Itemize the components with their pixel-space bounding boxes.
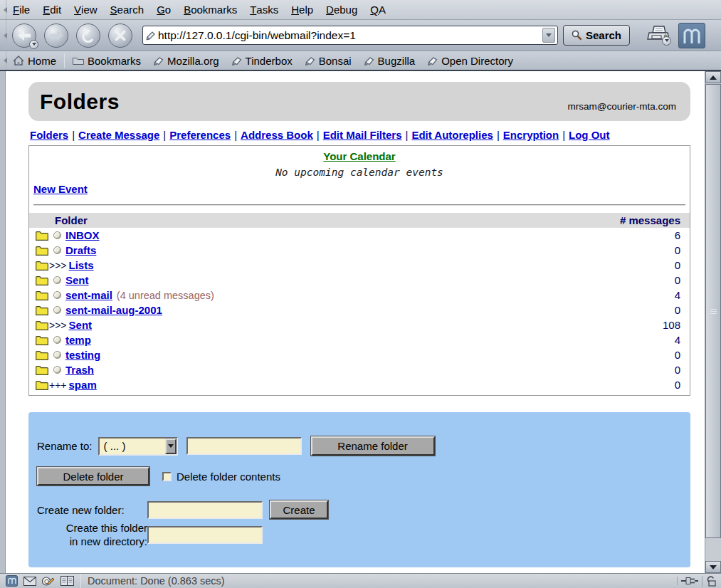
personal-toolbar-item[interactable]: Open Directory: [421, 51, 520, 70]
home-icon: [13, 56, 24, 65]
personal-toolbar-item-label: Bookmarks: [88, 55, 141, 67]
mail-component-icon[interactable]: [23, 577, 36, 586]
folder-select-radio[interactable]: [53, 231, 61, 239]
url-text[interactable]: http://127.0.0.1/cgi-bin/webmail?index=1: [158, 29, 542, 42]
back-button[interactable]: [12, 23, 36, 48]
stop-button[interactable]: [108, 23, 132, 48]
folder-link[interactable]: sent-mail-aug-2001: [65, 304, 162, 316]
rename-label: Rename to:: [37, 440, 93, 452]
your-calendar-link[interactable]: Your Calendar: [323, 150, 395, 162]
personal-toolbar-item[interactable]: Bonsai: [299, 51, 358, 70]
search-button[interactable]: Search: [563, 25, 630, 46]
scrollbar-up-arrow[interactable]: [705, 71, 721, 83]
personal-toolbar-item[interactable]: Bugzilla: [358, 51, 422, 70]
yellow-folder-icon: [36, 350, 48, 360]
folder-select-radio[interactable]: [53, 366, 61, 374]
personal-toolbar-item[interactable]: Home: [6, 51, 63, 70]
new-event-link[interactable]: New Event: [33, 183, 88, 195]
page-nav-links: Folders|Create Message|Preferences|Addre…: [30, 129, 690, 141]
page-nav-link[interactable]: Create Message: [78, 129, 159, 141]
yellow-folder-icon: [36, 335, 48, 345]
nav-link-separator: |: [406, 129, 409, 141]
folder-select-radio[interactable]: [53, 351, 61, 359]
menubar-grippy[interactable]: [0, 0, 6, 19]
folder-link[interactable]: sent-mail: [65, 289, 112, 301]
menu-item[interactable]: Tasks: [243, 0, 285, 19]
address-book-component-icon[interactable]: [60, 576, 74, 586]
navbar-grippy[interactable]: [0, 20, 6, 51]
folder-table-row: sent-mail-aug-2001 0: [29, 303, 690, 317]
forward-button[interactable]: [44, 23, 68, 48]
scrollbar-down-arrow[interactable]: [705, 561, 721, 573]
folder-select-radio[interactable]: [53, 246, 61, 254]
menu-item[interactable]: Bookmarks: [177, 0, 243, 19]
folder-table-row: sent-mail (4 unread messages) 4: [29, 288, 690, 303]
url-dropdown-button[interactable]: [542, 28, 555, 43]
delete-contents-checkbox[interactable]: [162, 472, 172, 481]
folder-link[interactable]: INBOX: [65, 229, 100, 241]
create-button[interactable]: Create: [270, 500, 328, 519]
navigator-component-icon[interactable]: [6, 575, 18, 587]
personal-toolbar-item-label: Tinderbox: [246, 55, 293, 67]
print-button[interactable]: [646, 24, 671, 47]
rename-folder-button[interactable]: Rename folder: [311, 436, 435, 456]
folder-link[interactable]: spam: [69, 379, 97, 391]
menu-item[interactable]: Edit: [36, 0, 68, 19]
folder-link[interactable]: Sent: [69, 319, 93, 331]
page-nav-link[interactable]: Log Out: [569, 129, 609, 141]
column-header-messages: # messages: [509, 213, 690, 228]
personal-toolbar-item[interactable]: Bookmarks: [66, 51, 147, 70]
scrollbar-thumb[interactable]: [705, 84, 721, 538]
divider: [33, 204, 685, 206]
folder-select-radio[interactable]: [53, 276, 61, 284]
rename-input[interactable]: [186, 437, 302, 455]
folder-hierarchy-prefix: +++: [49, 379, 67, 391]
personal-toolbar-grippy[interactable]: [0, 51, 6, 70]
page-nav-link[interactable]: Edit Autoreplies: [411, 129, 493, 141]
folder-message-count: 108: [509, 317, 690, 332]
folder-link[interactable]: Lists: [69, 259, 94, 271]
mozilla-m-icon: [682, 26, 702, 45]
mozilla-logo[interactable]: [678, 23, 705, 48]
folder-link[interactable]: testing: [65, 349, 100, 361]
back-history-dropdown[interactable]: [29, 40, 38, 49]
folder-link[interactable]: Drafts: [65, 244, 96, 256]
folder-link[interactable]: temp: [65, 334, 91, 346]
page-nav-link[interactable]: Encryption: [503, 129, 559, 141]
menu-item[interactable]: QA: [364, 0, 392, 19]
menu-item[interactable]: View: [68, 0, 104, 19]
folder-select-radio[interactable]: [53, 306, 61, 314]
personal-toolbar-item[interactable]: Mozilla.org: [147, 51, 226, 70]
menu-item[interactable]: Search: [104, 0, 151, 19]
offline-status-segment[interactable]: [677, 577, 702, 585]
page-nav-link[interactable]: Preferences: [169, 129, 231, 141]
scrollbar-track[interactable]: [705, 83, 721, 561]
url-bar[interactable]: http://127.0.0.1/cgi-bin/webmail?index=1: [142, 26, 558, 45]
security-status-segment[interactable]: [702, 576, 721, 587]
folder-select-radio[interactable]: [53, 291, 61, 299]
vertical-scrollbar[interactable]: [705, 71, 721, 573]
folder-select-radio[interactable]: [53, 336, 61, 344]
personal-toolbar-separator: [64, 53, 65, 68]
folder-link[interactable]: Sent: [65, 274, 89, 286]
print-dropdown[interactable]: [662, 36, 671, 46]
menu-item[interactable]: File: [6, 0, 36, 19]
menu-item[interactable]: Go: [150, 0, 177, 19]
rename-target-select[interactable]: ( ... ): [98, 437, 178, 456]
bookmark-tag-icon: [364, 56, 374, 65]
delete-folder-button[interactable]: Delete folder: [37, 467, 149, 485]
page-nav-link[interactable]: Folders: [30, 129, 68, 141]
composer-component-icon[interactable]: Q: [42, 576, 55, 587]
menu-item[interactable]: Debug: [320, 0, 364, 19]
folder-message-count: 0: [509, 243, 690, 258]
create-folder-input[interactable]: [147, 501, 263, 519]
url-bookmark-icon[interactable]: [146, 31, 156, 41]
create-directory-input[interactable]: [147, 526, 263, 544]
page-nav-link[interactable]: Edit Mail Filters: [323, 129, 402, 141]
page-nav-link[interactable]: Address Book: [241, 129, 313, 141]
folder-link[interactable]: Trash: [65, 364, 94, 376]
reload-button[interactable]: [76, 23, 100, 48]
personal-toolbar-item[interactable]: Tinderbox: [226, 51, 299, 70]
select-dropdown-arrow-icon[interactable]: [165, 439, 177, 454]
menu-item[interactable]: Help: [285, 0, 320, 19]
